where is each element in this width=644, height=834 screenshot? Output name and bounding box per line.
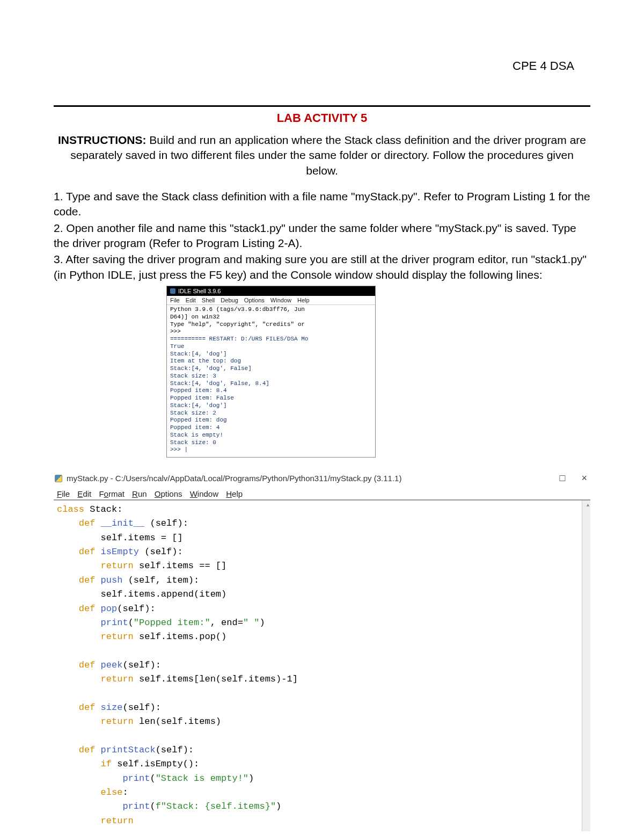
code-kw: def: [57, 702, 95, 713]
code-fn: push: [95, 575, 128, 585]
code-kw: def: [57, 604, 95, 614]
shell-menu-shell[interactable]: Shell: [202, 297, 215, 303]
code-fn: isEmpty: [95, 547, 144, 557]
course-header: CPE 4 DSA: [54, 59, 590, 73]
code-str: "Popped item:": [134, 618, 210, 628]
code-text: :: [122, 787, 128, 797]
code-text: self.isEmpty():: [112, 759, 199, 769]
code-text: self.items = []: [57, 533, 183, 543]
shell-menu-debug[interactable]: Debug: [221, 297, 238, 303]
code-kw: def: [57, 575, 95, 585]
editor-title: myStack.py - C:/Users/ncalv/AppData/Loca…: [67, 474, 401, 483]
code-kw: return: [57, 561, 134, 571]
editor-menu-options[interactable]: Options: [155, 489, 182, 498]
shell-body: Python 3.9.6 (tags/v3.9.6:db3ff76, Jun D…: [167, 305, 375, 457]
instructions-block: INSTRUCTIONS: Build and run an applicati…: [54, 133, 590, 178]
code-fn: print: [57, 773, 150, 784]
shell-title: IDLE Shell 3.9.6: [178, 288, 221, 294]
code-text: ): [259, 618, 265, 628]
code-fn: size: [95, 702, 122, 713]
editor-menu-window[interactable]: Window: [190, 489, 218, 498]
code-fn: peek: [95, 660, 122, 670]
code-kw: else: [57, 787, 122, 797]
idle-shell-window: IDLE Shell 3.9.6 File Edit Shell Debug O…: [166, 286, 376, 458]
maximize-icon[interactable]: □: [560, 473, 566, 484]
step-2: 2. Open another file and name this "stac…: [54, 221, 590, 251]
code-kw: if: [57, 759, 112, 769]
code-kw: return: [57, 632, 134, 642]
shell-restart: ========== RESTART: D:/URS FILES/DSA Mo: [170, 336, 308, 342]
code-str: "Stack is empty!": [156, 773, 248, 784]
code-text: self.items.pop(): [134, 632, 226, 642]
code-text: self.items == []: [134, 561, 226, 571]
editor-menu-edit[interactable]: Edit: [77, 489, 91, 498]
code-kw: def: [57, 547, 95, 557]
shell-titlebar: IDLE Shell 3.9.6: [167, 286, 375, 296]
code-text: self.items[len(self.items)-1]: [134, 674, 298, 684]
code-text: ): [248, 773, 254, 784]
shell-menu-edit[interactable]: Edit: [186, 297, 196, 303]
code-text: (: [128, 618, 134, 628]
step-1: 1. Type and save the Stack class definit…: [54, 189, 590, 220]
code-text: self.items.append(item): [57, 589, 226, 599]
editor-scrollbar[interactable]: ▴: [582, 501, 590, 831]
shell-menu-options[interactable]: Options: [244, 297, 265, 303]
code-kw: return: [57, 716, 134, 727]
top-rule: [54, 105, 590, 107]
shell-menu-file[interactable]: File: [170, 297, 180, 303]
code-text: (self):: [150, 518, 188, 528]
code-kw: return: [57, 816, 134, 826]
code-text: (self):: [144, 547, 182, 557]
editor-body[interactable]: class Stack: def __init__ (self): self.i…: [54, 501, 581, 831]
code-text: (: [150, 801, 155, 811]
code-kw: def: [57, 745, 95, 755]
shell-output: True Stack:[4, 'dog'] Item at the top: d…: [170, 343, 269, 453]
code-kw: def: [57, 518, 95, 528]
code-text: (self):: [122, 660, 160, 670]
step-3: 3. After saving the driver program and m…: [54, 252, 590, 282]
code-text: len(self.items): [134, 716, 221, 727]
code-str: f"Stack: {self.items}": [156, 801, 276, 811]
lab-title: LAB ACTIVITY 5: [54, 111, 590, 125]
code-text: Stack:: [84, 504, 122, 514]
instructions-text: Build and run an application where the S…: [70, 134, 586, 177]
code-text: (self):: [117, 604, 155, 614]
shell-menubar: File Edit Shell Debug Options Window Hel…: [167, 296, 375, 305]
code-kw: def: [57, 660, 95, 670]
close-icon[interactable]: ×: [581, 473, 587, 484]
code-fn: pop: [95, 604, 117, 614]
code-fn: print: [57, 618, 128, 628]
editor-menu-run[interactable]: Run: [132, 489, 147, 498]
code-kw: class: [57, 504, 84, 514]
code-text: (self, item):: [128, 575, 200, 585]
editor-menu-format[interactable]: Format: [99, 489, 125, 498]
code-text: (self):: [122, 702, 160, 713]
editor-body-wrap: ▴ class Stack: def __init__ (self): self…: [54, 499, 590, 831]
code-text: ): [276, 801, 281, 811]
code-str: " ": [243, 618, 260, 628]
shell-header-lines: Python 3.9.6 (tags/v3.9.6:db3ff76, Jun D…: [170, 306, 305, 335]
code-text: , end=: [210, 618, 243, 628]
code-text: (self):: [156, 745, 194, 755]
shell-menu-help[interactable]: Help: [297, 297, 310, 303]
editor-titlebar: myStack.py - C:/Users/ncalv/AppData/Loca…: [54, 473, 587, 484]
python-icon: [170, 288, 175, 294]
editor-menubar: File Edit Format Run Options Window Help: [54, 489, 590, 498]
code-fn: printStack: [95, 745, 155, 755]
code-fn: __init__: [95, 518, 150, 528]
code-text: (: [150, 773, 155, 784]
code-fn: print: [57, 801, 150, 811]
code-kw: return: [57, 674, 134, 684]
editor-menu-help[interactable]: Help: [226, 489, 243, 498]
editor-menu-file[interactable]: File: [57, 489, 70, 498]
shell-menu-window[interactable]: Window: [270, 297, 291, 303]
scroll-up-icon[interactable]: ▴: [587, 502, 589, 507]
instructions-label: INSTRUCTIONS:: [58, 134, 147, 146]
steps-list: 1. Type and save the Stack class definit…: [54, 189, 590, 282]
python-file-icon: [55, 475, 62, 482]
